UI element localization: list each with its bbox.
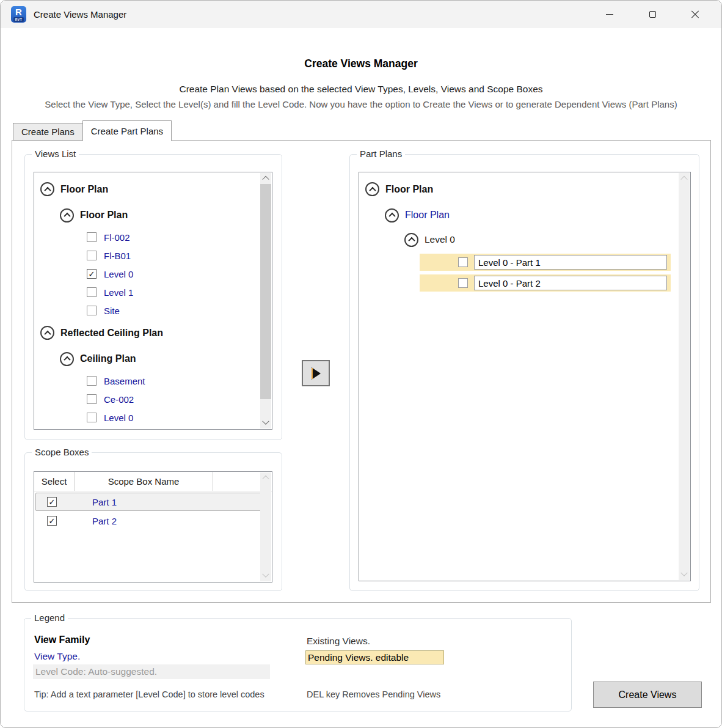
tab-strip: Create Plans Create Part Plans: [13, 120, 172, 141]
chevron-down-icon: [680, 570, 687, 576]
scroll-up-button[interactable]: [260, 173, 271, 184]
checkbox[interactable]: [87, 287, 97, 297]
part-plans-group: Part Plans Floor PlanFloor PlanLevel 0: [349, 154, 699, 591]
checkbox[interactable]: ✓: [47, 497, 57, 507]
close-button[interactable]: [674, 1, 717, 28]
legend-view-type: View Type.: [34, 651, 80, 662]
legend-existing-views: Existing Views.: [307, 636, 370, 647]
scroll-down-button[interactable]: [260, 570, 271, 581]
views-list-group-row[interactable]: Floor Plan: [34, 176, 260, 202]
maximize-button[interactable]: [631, 1, 674, 28]
page-title: Create Views Manager: [1, 57, 721, 70]
tree-item-label: Ce-002: [104, 394, 134, 405]
pending-view-name-input[interactable]: [474, 255, 667, 270]
tree-item-label: Fl-B01: [104, 251, 131, 261]
part-plans-group-row[interactable]: Floor Plan: [359, 176, 679, 202]
part-plans-tree: Floor PlanFloor PlanLevel 0: [359, 172, 679, 295]
chevron-up-circle-icon[interactable]: [60, 352, 74, 366]
legend-view-family: View Family: [34, 634, 90, 645]
chevron-up-circle-icon[interactable]: [385, 208, 399, 222]
tree-item-label: Fl-002: [104, 232, 130, 243]
legend-pending-views: Pending Views. editable: [305, 650, 444, 664]
chevron-up-circle-icon[interactable]: [60, 208, 74, 222]
scope-boxes-scrollbar[interactable]: [260, 472, 271, 581]
views-list-check-row[interactable]: Fl-B01: [34, 246, 260, 265]
scope-boxes-group: Scope Boxes Select Scope Box Name ✓Part …: [24, 452, 282, 591]
part-plans-group-row[interactable]: Level 0: [359, 228, 679, 251]
views-list-group-row[interactable]: Reflected Ceiling Plan: [34, 320, 260, 346]
views-list-check-row[interactable]: ✓Level 0: [34, 265, 260, 283]
part-plans-scrollbar[interactable]: [679, 173, 690, 580]
checkbox[interactable]: [458, 278, 468, 288]
checkbox[interactable]: ✓: [87, 269, 97, 279]
checkbox[interactable]: [87, 394, 97, 404]
checkbox[interactable]: [87, 251, 97, 260]
window-title: Create Views Manager: [34, 9, 126, 20]
create-views-manager-window: { "window": { "title": "Create Views Man…: [0, 0, 722, 728]
chevron-up-circle-icon[interactable]: [40, 182, 54, 196]
views-list-check-row[interactable]: Ce-002: [34, 390, 260, 408]
part-plans-box: Floor PlanFloor PlanLevel 0: [359, 172, 691, 581]
pending-view-name-input[interactable]: [474, 276, 667, 290]
tree-item-label: Level 0: [104, 269, 133, 279]
checkbox[interactable]: [87, 413, 97, 422]
tree-group-label: Level 0: [425, 234, 455, 245]
chevron-up-circle-icon[interactable]: [40, 326, 54, 340]
legend-group: Legend View Family View Type. Level Code…: [24, 618, 572, 711]
chevron-down-icon: [262, 418, 269, 425]
scope-boxes-table: Select Scope Box Name ✓Part 1✓Part 2: [34, 471, 272, 583]
scroll-down-button[interactable]: [679, 569, 690, 580]
views-list-check-row[interactable]: Level 1: [34, 283, 260, 301]
views-list-group-row[interactable]: Floor Plan: [34, 202, 260, 228]
checkbox[interactable]: [87, 232, 97, 242]
chevron-down-icon: [262, 571, 269, 578]
checkbox[interactable]: [458, 257, 468, 267]
move-to-part-plans-button[interactable]: [302, 360, 330, 386]
column-header-select[interactable]: Select: [34, 472, 75, 491]
pending-view-row[interactable]: [420, 274, 671, 292]
part-plans-group-label: Part Plans: [357, 149, 405, 159]
views-list-group-label: Views List: [32, 149, 79, 159]
tree-group-label: Floor Plan: [80, 210, 128, 221]
app-icon-sub-label: RVT: [13, 17, 24, 22]
views-tree: Floor PlanFloor PlanFl-002Fl-B01✓Level 0…: [34, 172, 260, 427]
chevron-up-icon: [680, 176, 687, 183]
checkbox[interactable]: [87, 306, 97, 315]
minimize-button[interactable]: [588, 1, 631, 28]
scope-box-row[interactable]: ✓Part 2: [35, 512, 271, 530]
views-list-check-row[interactable]: Level 0: [34, 408, 260, 427]
chevron-up-circle-icon[interactable]: [365, 182, 379, 196]
revit-logo-icon: R RVT: [11, 6, 26, 23]
app-icon-letter: R: [15, 6, 22, 18]
scope-box-row[interactable]: ✓Part 1: [35, 493, 271, 511]
title-bar: R RVT Create Views Manager: [1, 1, 721, 28]
create-views-button[interactable]: Create Views: [593, 682, 702, 708]
window-controls: [588, 1, 717, 28]
chevron-up-circle-icon[interactable]: [404, 233, 418, 247]
legend-level-code: Level Code: Auto-suggested.: [33, 664, 270, 679]
scope-rows: ✓Part 1✓Part 2: [34, 491, 272, 530]
views-list-check-row[interactable]: Site: [34, 301, 260, 320]
chevron-up-icon: [262, 476, 269, 482]
scroll-up-button[interactable]: [679, 173, 690, 184]
column-header-scope-box-name[interactable]: Scope Box Name: [75, 472, 213, 491]
views-list-group-row[interactable]: Ceiling Plan: [34, 346, 260, 372]
tree-group-label: Floor Plan: [405, 210, 450, 221]
views-list-scrollbar[interactable]: [260, 173, 271, 428]
part-plans-group-row[interactable]: Floor Plan: [359, 202, 679, 228]
scroll-up-button[interactable]: [260, 472, 271, 483]
views-list-check-row[interactable]: Basement: [34, 372, 260, 390]
scrollbar-thumb[interactable]: [260, 184, 271, 399]
pending-view-row[interactable]: [420, 254, 671, 271]
tree-group-label: Reflected Ceiling Plan: [60, 328, 163, 339]
tab-create-part-plans[interactable]: Create Part Plans: [82, 120, 172, 141]
views-list-group: Views List Floor PlanFloor PlanFl-002Fl-…: [24, 154, 282, 440]
tab-create-plans[interactable]: Create Plans: [13, 123, 82, 141]
scroll-down-button[interactable]: [260, 417, 271, 428]
views-list-check-row[interactable]: Fl-002: [34, 228, 260, 246]
maximize-icon: [649, 11, 656, 18]
tree-item-label: Level 0: [104, 413, 133, 423]
column-header-extra[interactable]: [213, 472, 261, 491]
checkbox[interactable]: [87, 376, 97, 386]
checkbox[interactable]: ✓: [47, 516, 57, 526]
